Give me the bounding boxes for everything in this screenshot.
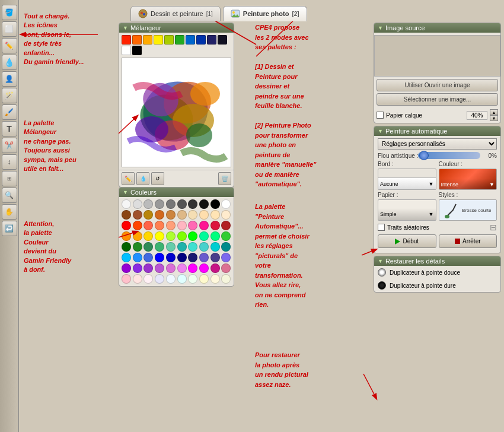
cdot[interactable]	[188, 263, 197, 273]
tool-selector[interactable]: 🪣	[2, 5, 17, 20]
cdot[interactable]	[199, 242, 209, 252]
cdot[interactable]	[221, 210, 231, 220]
open-image-button[interactable]: Utiliser Ouvrir une image	[377, 79, 498, 91]
cdot[interactable]	[143, 231, 153, 241]
cdot[interactable]	[177, 263, 187, 273]
cdot[interactable]	[155, 221, 164, 230]
papier-calque-checkbox[interactable]	[377, 112, 384, 119]
cdot[interactable]	[166, 199, 176, 209]
cdot[interactable]	[221, 231, 231, 241]
swatch-yellow[interactable]	[154, 35, 163, 45]
radio-soft[interactable]	[378, 268, 386, 277]
cdot[interactable]	[188, 274, 197, 284]
cdot[interactable]	[188, 210, 197, 220]
cdot[interactable]	[143, 274, 153, 284]
traits-checkbox[interactable]	[378, 224, 385, 231]
cdot[interactable]	[177, 210, 187, 220]
cdot[interactable]	[143, 221, 153, 230]
restaurer-item-1[interactable]: Duplicateur à pointe douce	[374, 266, 500, 279]
cdot[interactable]	[143, 253, 153, 262]
swatch-blue[interactable]	[186, 35, 195, 45]
cdot[interactable]	[199, 253, 209, 262]
cdot[interactable]	[188, 221, 197, 230]
swatch-green[interactable]	[175, 35, 184, 45]
tool-resize[interactable]: ↕️	[2, 154, 17, 170]
cdot[interactable]	[199, 274, 209, 284]
cdot[interactable]	[166, 221, 176, 230]
melangeur-tool-eyedropper[interactable]: 💧	[136, 172, 149, 185]
cdot[interactable]	[122, 221, 131, 230]
cdot[interactable]	[221, 274, 231, 284]
sliders-icon[interactable]: ⊟	[490, 223, 497, 232]
cdot[interactable]	[166, 274, 176, 284]
tab-dessin-peinture[interactable]: Dessin et peinture [1]	[130, 6, 221, 21]
cdot[interactable]	[210, 221, 220, 230]
melangeur-tool-rotate[interactable]: ↺	[151, 172, 164, 185]
cdot[interactable]	[133, 263, 142, 273]
cdot[interactable]	[210, 253, 220, 262]
cdot[interactable]	[199, 221, 209, 230]
cdot[interactable]	[133, 221, 142, 230]
tool-pen[interactable]: ✏️	[2, 38, 17, 53]
flou-slider[interactable]	[418, 152, 480, 159]
select-image-button[interactable]: Sélectionner une image...	[377, 93, 498, 106]
cdot[interactable]	[210, 210, 220, 220]
melangeur-delete[interactable]: 🗑️	[218, 172, 231, 185]
swatch-black-blue[interactable]	[218, 35, 227, 45]
cdot[interactable]	[166, 210, 176, 220]
cdot[interactable]	[122, 199, 131, 209]
cdot[interactable]	[210, 242, 220, 252]
cdot[interactable]	[199, 199, 209, 209]
tool-zoom[interactable]: 🔍	[2, 188, 17, 203]
tool-transform[interactable]: ✂️	[2, 138, 17, 153]
cdot[interactable]	[188, 253, 197, 262]
cdot[interactable]	[155, 253, 164, 262]
cdot[interactable]	[199, 263, 209, 273]
cdot[interactable]	[155, 199, 164, 209]
cdot[interactable]	[221, 221, 231, 230]
cdot[interactable]	[188, 199, 197, 209]
cdot[interactable]	[155, 274, 164, 284]
swatch-orange[interactable]	[132, 35, 142, 45]
cdot[interactable]	[122, 210, 131, 220]
cdot[interactable]	[122, 231, 131, 241]
cdot[interactable]	[155, 242, 164, 252]
debut-button[interactable]: Début	[378, 234, 436, 248]
cdot[interactable]	[221, 263, 231, 273]
swatch-navy[interactable]	[207, 35, 216, 45]
cdot[interactable]	[210, 199, 220, 209]
arreter-button[interactable]: Arrêter	[439, 234, 497, 248]
cdot[interactable]	[221, 253, 231, 262]
cdot[interactable]	[210, 274, 220, 284]
cdot[interactable]	[143, 242, 153, 252]
cdot[interactable]	[210, 263, 220, 273]
melangeur-canvas[interactable]	[122, 58, 231, 167]
tab-peinture-photo[interactable]: Peinture photo [2]	[223, 6, 307, 21]
cdot[interactable]	[199, 231, 209, 241]
swatch-dark-blue[interactable]	[196, 35, 206, 45]
tool-brush[interactable]: 🖌️	[2, 104, 17, 120]
cdot[interactable]	[221, 199, 231, 209]
cdot[interactable]	[133, 253, 142, 262]
melangeur-tool-pen[interactable]: ✏️	[122, 172, 135, 185]
cdot[interactable]	[177, 221, 187, 230]
cdot[interactable]	[199, 210, 209, 220]
cdot[interactable]	[155, 231, 164, 241]
tool-undo[interactable]: ↩️	[2, 221, 17, 236]
cdot[interactable]	[177, 199, 187, 209]
cdot[interactable]	[221, 242, 231, 252]
stepper-down[interactable]: ▼	[490, 115, 498, 121]
cdot[interactable]	[155, 263, 164, 273]
cdot[interactable]	[133, 199, 142, 209]
cdot[interactable]	[143, 263, 153, 273]
swatch-amber[interactable]	[143, 35, 152, 45]
swatch-red[interactable]	[122, 35, 131, 45]
tool-hand[interactable]: ✋	[2, 204, 17, 220]
swatch-white[interactable]	[122, 46, 131, 55]
cdot[interactable]	[133, 231, 142, 241]
tool-text[interactable]: T	[2, 121, 17, 136]
cdot[interactable]	[133, 274, 142, 284]
restaurer-item-2[interactable]: Duplicateur à pointe dure	[374, 279, 500, 292]
swatch-lime[interactable]	[164, 35, 174, 45]
cdot[interactable]	[177, 231, 187, 241]
